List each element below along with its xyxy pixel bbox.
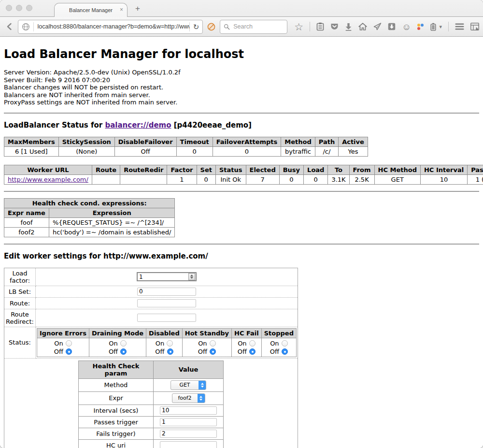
method-select[interactable]: GET xyxy=(170,380,206,390)
reload-icon[interactable]: ↻ xyxy=(190,20,203,33)
column-header: Status xyxy=(215,165,246,174)
column-header: MaxMembers xyxy=(4,137,59,146)
radio-off-selected[interactable] xyxy=(282,348,288,355)
save-box-icon[interactable] xyxy=(388,23,396,30)
tab-close-icon[interactable]: × xyxy=(120,6,123,13)
smiley-icon[interactable]: ☺ xyxy=(402,22,411,31)
send-icon[interactable] xyxy=(373,23,382,30)
back-icon[interactable] xyxy=(4,20,16,33)
passes-input[interactable] xyxy=(160,418,217,426)
cell-load: 0 xyxy=(304,174,328,184)
lb-set-input[interactable] xyxy=(137,288,196,296)
interval-input[interactable] xyxy=(160,406,217,415)
bookmark-star-icon[interactable]: ☆ xyxy=(294,22,303,32)
form-row-hc-params: Health Check param Value Method GET xyxy=(4,358,298,448)
edit-worker-heading: Edit worker settings for http://www.exam… xyxy=(4,252,479,260)
window-zoom-button[interactable] xyxy=(26,5,32,11)
radio-off-selected[interactable] xyxy=(167,348,173,355)
on-label: On xyxy=(109,339,117,347)
cell-timeout: 0 xyxy=(176,146,213,156)
cell-route xyxy=(92,174,120,184)
load-factor-value: 1 xyxy=(138,274,188,280)
cell-hc-interval: 10 xyxy=(420,174,467,184)
worker-table: Worker URL Route RouteRedir Factor Set S… xyxy=(4,165,483,185)
column-header: Route xyxy=(92,165,120,174)
form-row-lb-set: LB Set: xyxy=(4,286,298,297)
route-label: Route: xyxy=(4,297,36,309)
radio-off-selected[interactable] xyxy=(210,348,216,355)
cell-elected: 7 xyxy=(246,174,279,184)
column-header: Load xyxy=(304,165,328,174)
cell-status: Init Ok xyxy=(215,174,246,184)
tab-title: Balancer Manager xyxy=(69,7,113,13)
cell-passes: 1 (0) xyxy=(468,174,483,184)
number-stepper-icon[interactable] xyxy=(188,273,195,280)
toolbar-icons: ☆ ☺ xyxy=(294,22,479,32)
radio-off-selected[interactable] xyxy=(120,348,127,355)
hc-expressions-title: Health check cond. expressions: xyxy=(4,198,175,208)
divider xyxy=(4,191,479,192)
color-dots-icon[interactable] xyxy=(417,24,424,30)
toolbar-divider xyxy=(310,22,310,31)
balancer-status-table: MaxMembers StickySession DisableFailover… xyxy=(4,137,368,157)
on-label: On xyxy=(54,339,63,347)
browser-window: Balancer Manager × + localhost:8880/bala… xyxy=(0,0,483,448)
column-header: Method xyxy=(281,137,315,146)
window-close-button[interactable] xyxy=(6,5,12,11)
column-header: Timeout xyxy=(176,137,213,146)
worker-url-link[interactable]: http://www.example.com/ xyxy=(8,176,88,183)
cell-stickysession: (None) xyxy=(58,146,114,156)
window-minimize-button[interactable] xyxy=(16,5,22,11)
radio-on[interactable] xyxy=(66,340,72,347)
column-header: Health Check param xyxy=(79,361,154,378)
radio-off-selected[interactable] xyxy=(249,348,256,355)
cell-to: 3.1K xyxy=(328,174,349,184)
menu-icon[interactable] xyxy=(455,23,464,30)
radio-off-selected[interactable] xyxy=(66,348,72,355)
select-arrows-icon xyxy=(199,381,206,390)
info-line: ProxyPass settings are NOT inherited fro… xyxy=(4,99,479,106)
radio-on[interactable] xyxy=(282,340,288,347)
clipboard-icon[interactable] xyxy=(316,22,324,31)
balancer-demo-link[interactable]: balancer://demo xyxy=(105,121,171,130)
cell-from: 2.5K xyxy=(349,174,374,184)
radio-on[interactable] xyxy=(210,340,216,347)
fails-input[interactable] xyxy=(160,430,217,438)
column-header: Active xyxy=(339,137,368,146)
caret-down-icon[interactable]: ▾ xyxy=(439,24,442,29)
column-header: Path xyxy=(315,137,338,146)
search-bar[interactable] xyxy=(220,20,287,34)
column-header: Elected xyxy=(246,165,279,174)
blocked-icon[interactable] xyxy=(207,22,216,31)
pages-icon[interactable] xyxy=(470,23,479,30)
url-bar[interactable]: localhost:8880/balancer-manager?b=demo&w… xyxy=(18,20,203,34)
cell-busy: 0 xyxy=(279,174,303,184)
divider xyxy=(4,244,479,245)
radio-on[interactable] xyxy=(120,340,127,347)
route-redirect-label: Route Redirect: xyxy=(4,309,36,327)
off-label: Off xyxy=(109,347,118,356)
url-text[interactable]: localhost:8880/balancer-manager?b=demo&w… xyxy=(34,23,189,30)
tab-balancer-manager[interactable]: Balancer Manager × xyxy=(54,3,128,17)
hc-param-row-passes: Passes trigger xyxy=(79,416,224,428)
download-icon[interactable] xyxy=(345,23,352,31)
new-tab-button[interactable]: + xyxy=(135,4,140,14)
site-identity[interactable] xyxy=(18,20,33,33)
home-icon[interactable] xyxy=(358,23,367,30)
battery-icon[interactable] xyxy=(430,23,436,31)
column-header: Set xyxy=(197,165,215,174)
route-input[interactable] xyxy=(137,299,196,307)
expr-select[interactable]: foof2 xyxy=(172,393,205,403)
method-select-value: GET xyxy=(171,382,199,388)
route-redirect-input[interactable] xyxy=(137,314,196,322)
pocket-icon[interactable] xyxy=(330,23,339,30)
status-cell-draining-mode: On Off xyxy=(89,338,146,357)
search-input[interactable] xyxy=(232,23,287,30)
radio-on[interactable] xyxy=(249,340,256,347)
load-factor-label: Load factor: xyxy=(4,268,36,286)
tab-bar: Balancer Manager × + xyxy=(0,0,483,17)
radio-on[interactable] xyxy=(167,340,173,347)
load-factor-input[interactable]: 1 xyxy=(137,272,197,281)
hc-uri-input[interactable] xyxy=(160,441,217,448)
hc-uri-label: HC uri xyxy=(79,439,154,448)
